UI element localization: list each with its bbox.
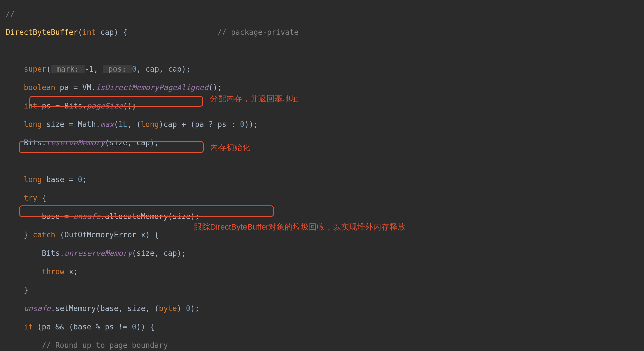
code-line (6, 157, 644, 166)
code-line: unsafe.setMemory(base, size, (byte) 0); (6, 304, 644, 313)
code-line: super( mark: -1, pos: 0, cap, cap); (6, 64, 644, 74)
code-line: Bits.reserveMemory(size, cap); (6, 138, 644, 147)
code-line: if (pa && (base % ps != 0)) { (6, 322, 644, 331)
code-line: Bits.unreserveMemory(size, cap); (6, 249, 644, 258)
code-line: long base = 0; (6, 175, 644, 184)
code-line: throw x; (6, 267, 644, 276)
code-line: // Round up to page boundary (6, 341, 644, 350)
code-line: // (6, 9, 644, 18)
code-line: } (6, 285, 644, 295)
code-editor[interactable]: // DirectByteBuffer(int cap) { // packag… (0, 0, 644, 351)
annotation-cleaner: 跟踪DirectByteBuffer对象的垃圾回收，以实现堆外内存释放 (194, 222, 405, 232)
code-line: try { (6, 193, 644, 203)
code-line: int ps = Bits.pageSize(); (6, 101, 644, 110)
code-line: boolean pa = VM.isDirectMemoryPageAligne… (6, 83, 644, 92)
code-line: DirectByteBuffer(int cap) { // package-p… (6, 28, 644, 37)
code-line: long size = Math.max(1L, (long)cap + (pa… (6, 120, 644, 129)
code-line (6, 46, 644, 55)
annotation-allocate: 分配内存，并返回基地址 (210, 93, 299, 104)
annotation-init: 内存初始化 (210, 142, 250, 153)
code-line: base = unsafe.allocateMemory(size); (6, 212, 644, 221)
